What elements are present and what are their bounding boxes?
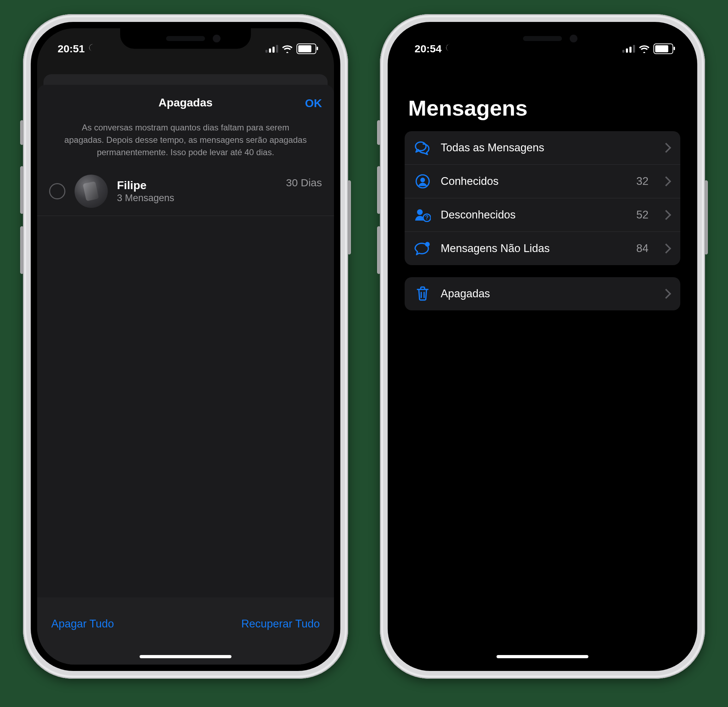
filter-row-known[interactable]: Conhecidos 32 bbox=[404, 164, 680, 198]
conversation-subtitle: 3 Mensagens bbox=[117, 193, 277, 204]
bottom-toolbar: Apagar Tudo Recuperar Tudo bbox=[37, 597, 334, 665]
battery-icon bbox=[296, 43, 316, 54]
chevron-right-icon bbox=[661, 289, 671, 299]
wifi-icon bbox=[282, 45, 293, 53]
home-indicator[interactable] bbox=[497, 655, 588, 658]
home-indicator[interactable] bbox=[140, 655, 231, 658]
person-question-icon: ? bbox=[414, 206, 432, 224]
do-not-disturb-icon bbox=[445, 43, 455, 55]
chevron-right-icon bbox=[661, 244, 671, 253]
chevron-right-icon bbox=[661, 210, 671, 220]
recover-all-button[interactable]: Recuperar Tudo bbox=[241, 617, 320, 630]
deleted-label: Apagadas bbox=[441, 288, 649, 300]
trash-icon bbox=[414, 285, 432, 302]
chat-bubbles-icon bbox=[414, 139, 432, 157]
filter-count: 84 bbox=[637, 242, 649, 255]
svg-point-6 bbox=[425, 242, 430, 246]
wifi-icon bbox=[638, 45, 650, 53]
filter-list: Todas as Mensagens Conhecidos 32 ? bbox=[404, 131, 680, 265]
phone-right: 20:54 bbox=[380, 14, 705, 679]
delete-all-button[interactable]: Apagar Tudo bbox=[51, 617, 114, 630]
filter-label: Desconhecidos bbox=[441, 208, 627, 221]
cellular-signal-icon bbox=[623, 45, 635, 53]
filter-label: Todas as Mensagens bbox=[441, 142, 639, 154]
ok-button[interactable]: OK bbox=[305, 97, 322, 110]
select-circle-icon[interactable] bbox=[49, 183, 65, 200]
filter-row-unknown[interactable]: ? Desconhecidos 52 bbox=[404, 198, 680, 231]
avatar bbox=[75, 175, 108, 208]
modal-description: As conversas mostram quantos dias faltam… bbox=[37, 120, 334, 169]
svg-point-3 bbox=[417, 209, 423, 215]
conversation-name: Filipe bbox=[117, 179, 277, 192]
filter-label: Mensagens Não Lidas bbox=[441, 242, 627, 255]
phone-left: 20:51 bbox=[23, 14, 348, 679]
screen-messages-filters: 20:54 bbox=[394, 28, 691, 665]
notch bbox=[120, 28, 251, 49]
filter-row-all-messages[interactable]: Todas as Mensagens bbox=[404, 131, 680, 164]
do-not-disturb-icon bbox=[88, 43, 98, 55]
modal-title: Apagadas bbox=[159, 96, 213, 109]
filter-count: 52 bbox=[637, 208, 649, 221]
filter-count: 32 bbox=[637, 175, 649, 188]
cellular-signal-icon bbox=[266, 45, 278, 53]
chevron-right-icon bbox=[661, 143, 671, 153]
svg-point-2 bbox=[420, 178, 425, 182]
svg-text:?: ? bbox=[425, 215, 429, 221]
unread-bubble-icon bbox=[414, 240, 432, 257]
conversation-row[interactable]: Filipe 3 Mensagens 30 Dias bbox=[37, 169, 334, 216]
status-time: 20:51 bbox=[58, 43, 85, 55]
battery-icon bbox=[653, 43, 673, 54]
filter-row-unread[interactable]: Mensagens Não Lidas 84 bbox=[404, 231, 680, 265]
deleted-row[interactable]: Apagadas bbox=[404, 277, 680, 310]
status-time: 20:54 bbox=[415, 43, 442, 55]
deleted-modal: Apagadas OK As conversas mostram quantos… bbox=[37, 85, 334, 665]
screen-deleted-conversations: 20:51 bbox=[37, 28, 334, 665]
person-circle-icon bbox=[414, 172, 432, 190]
chevron-right-icon bbox=[661, 176, 671, 186]
filter-label: Conhecidos bbox=[441, 175, 627, 188]
notch bbox=[477, 28, 608, 49]
deleted-list: Apagadas bbox=[404, 277, 680, 310]
days-remaining: 30 Dias bbox=[286, 177, 322, 189]
